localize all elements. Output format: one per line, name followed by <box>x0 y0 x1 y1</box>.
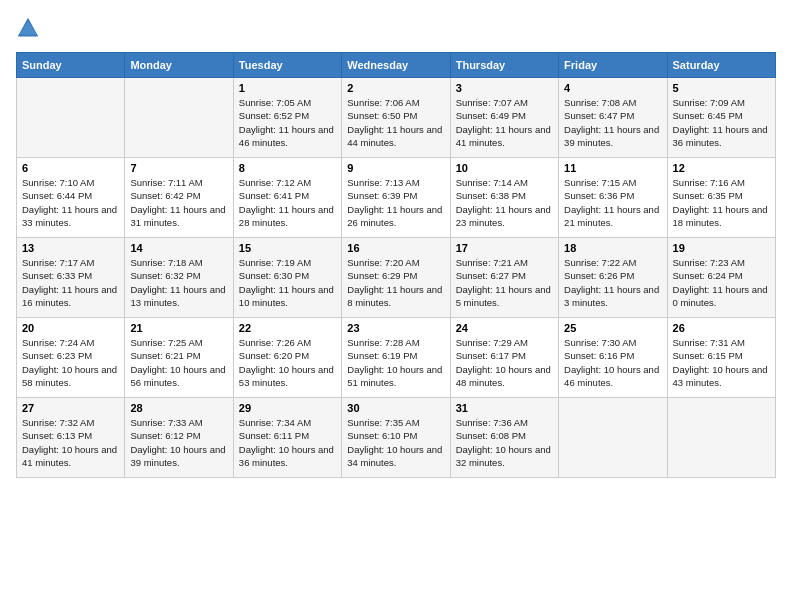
day-info: Sunrise: 7:10 AM Sunset: 6:44 PM Dayligh… <box>22 176 119 229</box>
day-info: Sunrise: 7:23 AM Sunset: 6:24 PM Dayligh… <box>673 256 770 309</box>
day-info: Sunrise: 7:25 AM Sunset: 6:21 PM Dayligh… <box>130 336 227 389</box>
calendar-cell: 23Sunrise: 7:28 AM Sunset: 6:19 PM Dayli… <box>342 318 450 398</box>
day-info: Sunrise: 7:20 AM Sunset: 6:29 PM Dayligh… <box>347 256 444 309</box>
calendar-cell: 26Sunrise: 7:31 AM Sunset: 6:15 PM Dayli… <box>667 318 775 398</box>
day-number: 11 <box>564 162 661 174</box>
day-info: Sunrise: 7:29 AM Sunset: 6:17 PM Dayligh… <box>456 336 553 389</box>
calendar-cell: 1Sunrise: 7:05 AM Sunset: 6:52 PM Daylig… <box>233 78 341 158</box>
day-info: Sunrise: 7:11 AM Sunset: 6:42 PM Dayligh… <box>130 176 227 229</box>
calendar-cell: 30Sunrise: 7:35 AM Sunset: 6:10 PM Dayli… <box>342 398 450 478</box>
weekday-header-row: SundayMondayTuesdayWednesdayThursdayFrid… <box>17 53 776 78</box>
calendar-cell: 5Sunrise: 7:09 AM Sunset: 6:45 PM Daylig… <box>667 78 775 158</box>
calendar-cell: 10Sunrise: 7:14 AM Sunset: 6:38 PM Dayli… <box>450 158 558 238</box>
day-info: Sunrise: 7:19 AM Sunset: 6:30 PM Dayligh… <box>239 256 336 309</box>
calendar-cell: 14Sunrise: 7:18 AM Sunset: 6:32 PM Dayli… <box>125 238 233 318</box>
calendar-week-3: 13Sunrise: 7:17 AM Sunset: 6:33 PM Dayli… <box>17 238 776 318</box>
day-number: 15 <box>239 242 336 254</box>
calendar-cell: 3Sunrise: 7:07 AM Sunset: 6:49 PM Daylig… <box>450 78 558 158</box>
day-number: 20 <box>22 322 119 334</box>
svg-marker-1 <box>19 21 36 35</box>
day-info: Sunrise: 7:14 AM Sunset: 6:38 PM Dayligh… <box>456 176 553 229</box>
day-number: 3 <box>456 82 553 94</box>
day-info: Sunrise: 7:06 AM Sunset: 6:50 PM Dayligh… <box>347 96 444 149</box>
day-info: Sunrise: 7:07 AM Sunset: 6:49 PM Dayligh… <box>456 96 553 149</box>
weekday-header-tuesday: Tuesday <box>233 53 341 78</box>
weekday-header-monday: Monday <box>125 53 233 78</box>
day-number: 19 <box>673 242 770 254</box>
calendar-cell: 18Sunrise: 7:22 AM Sunset: 6:26 PM Dayli… <box>559 238 667 318</box>
day-info: Sunrise: 7:26 AM Sunset: 6:20 PM Dayligh… <box>239 336 336 389</box>
calendar-cell <box>667 398 775 478</box>
calendar-cell: 11Sunrise: 7:15 AM Sunset: 6:36 PM Dayli… <box>559 158 667 238</box>
day-info: Sunrise: 7:22 AM Sunset: 6:26 PM Dayligh… <box>564 256 661 309</box>
day-info: Sunrise: 7:18 AM Sunset: 6:32 PM Dayligh… <box>130 256 227 309</box>
day-number: 6 <box>22 162 119 174</box>
day-info: Sunrise: 7:08 AM Sunset: 6:47 PM Dayligh… <box>564 96 661 149</box>
day-number: 21 <box>130 322 227 334</box>
day-info: Sunrise: 7:30 AM Sunset: 6:16 PM Dayligh… <box>564 336 661 389</box>
day-info: Sunrise: 7:21 AM Sunset: 6:27 PM Dayligh… <box>456 256 553 309</box>
day-number: 16 <box>347 242 444 254</box>
day-number: 9 <box>347 162 444 174</box>
calendar-cell: 15Sunrise: 7:19 AM Sunset: 6:30 PM Dayli… <box>233 238 341 318</box>
calendar-cell: 17Sunrise: 7:21 AM Sunset: 6:27 PM Dayli… <box>450 238 558 318</box>
day-number: 17 <box>456 242 553 254</box>
day-number: 30 <box>347 402 444 414</box>
weekday-header-wednesday: Wednesday <box>342 53 450 78</box>
calendar-table: SundayMondayTuesdayWednesdayThursdayFrid… <box>16 52 776 478</box>
day-number: 31 <box>456 402 553 414</box>
day-number: 5 <box>673 82 770 94</box>
day-info: Sunrise: 7:16 AM Sunset: 6:35 PM Dayligh… <box>673 176 770 229</box>
calendar-cell: 16Sunrise: 7:20 AM Sunset: 6:29 PM Dayli… <box>342 238 450 318</box>
day-info: Sunrise: 7:13 AM Sunset: 6:39 PM Dayligh… <box>347 176 444 229</box>
logo-icon <box>16 16 40 44</box>
day-number: 2 <box>347 82 444 94</box>
calendar-cell: 7Sunrise: 7:11 AM Sunset: 6:42 PM Daylig… <box>125 158 233 238</box>
calendar-cell: 19Sunrise: 7:23 AM Sunset: 6:24 PM Dayli… <box>667 238 775 318</box>
calendar-cell <box>559 398 667 478</box>
calendar-cell: 2Sunrise: 7:06 AM Sunset: 6:50 PM Daylig… <box>342 78 450 158</box>
calendar-cell: 12Sunrise: 7:16 AM Sunset: 6:35 PM Dayli… <box>667 158 775 238</box>
calendar-cell: 31Sunrise: 7:36 AM Sunset: 6:08 PM Dayli… <box>450 398 558 478</box>
day-number: 12 <box>673 162 770 174</box>
day-info: Sunrise: 7:35 AM Sunset: 6:10 PM Dayligh… <box>347 416 444 469</box>
day-info: Sunrise: 7:32 AM Sunset: 6:13 PM Dayligh… <box>22 416 119 469</box>
weekday-header-saturday: Saturday <box>667 53 775 78</box>
weekday-header-thursday: Thursday <box>450 53 558 78</box>
day-info: Sunrise: 7:34 AM Sunset: 6:11 PM Dayligh… <box>239 416 336 469</box>
calendar-cell: 28Sunrise: 7:33 AM Sunset: 6:12 PM Dayli… <box>125 398 233 478</box>
day-info: Sunrise: 7:17 AM Sunset: 6:33 PM Dayligh… <box>22 256 119 309</box>
day-number: 26 <box>673 322 770 334</box>
calendar-cell: 13Sunrise: 7:17 AM Sunset: 6:33 PM Dayli… <box>17 238 125 318</box>
page-header <box>16 16 776 44</box>
calendar-week-4: 20Sunrise: 7:24 AM Sunset: 6:23 PM Dayli… <box>17 318 776 398</box>
calendar-cell <box>125 78 233 158</box>
day-info: Sunrise: 7:05 AM Sunset: 6:52 PM Dayligh… <box>239 96 336 149</box>
calendar-week-2: 6Sunrise: 7:10 AM Sunset: 6:44 PM Daylig… <box>17 158 776 238</box>
calendar-cell: 6Sunrise: 7:10 AM Sunset: 6:44 PM Daylig… <box>17 158 125 238</box>
weekday-header-friday: Friday <box>559 53 667 78</box>
day-info: Sunrise: 7:15 AM Sunset: 6:36 PM Dayligh… <box>564 176 661 229</box>
day-number: 28 <box>130 402 227 414</box>
weekday-header-sunday: Sunday <box>17 53 125 78</box>
day-info: Sunrise: 7:36 AM Sunset: 6:08 PM Dayligh… <box>456 416 553 469</box>
day-number: 10 <box>456 162 553 174</box>
day-number: 25 <box>564 322 661 334</box>
day-info: Sunrise: 7:09 AM Sunset: 6:45 PM Dayligh… <box>673 96 770 149</box>
calendar-cell: 9Sunrise: 7:13 AM Sunset: 6:39 PM Daylig… <box>342 158 450 238</box>
calendar-week-1: 1Sunrise: 7:05 AM Sunset: 6:52 PM Daylig… <box>17 78 776 158</box>
day-info: Sunrise: 7:12 AM Sunset: 6:41 PM Dayligh… <box>239 176 336 229</box>
day-number: 22 <box>239 322 336 334</box>
day-number: 4 <box>564 82 661 94</box>
calendar-cell: 24Sunrise: 7:29 AM Sunset: 6:17 PM Dayli… <box>450 318 558 398</box>
day-number: 24 <box>456 322 553 334</box>
day-info: Sunrise: 7:28 AM Sunset: 6:19 PM Dayligh… <box>347 336 444 389</box>
day-number: 14 <box>130 242 227 254</box>
day-number: 8 <box>239 162 336 174</box>
day-number: 7 <box>130 162 227 174</box>
day-number: 13 <box>22 242 119 254</box>
day-number: 29 <box>239 402 336 414</box>
calendar-week-5: 27Sunrise: 7:32 AM Sunset: 6:13 PM Dayli… <box>17 398 776 478</box>
calendar-cell <box>17 78 125 158</box>
calendar-body: 1Sunrise: 7:05 AM Sunset: 6:52 PM Daylig… <box>17 78 776 478</box>
